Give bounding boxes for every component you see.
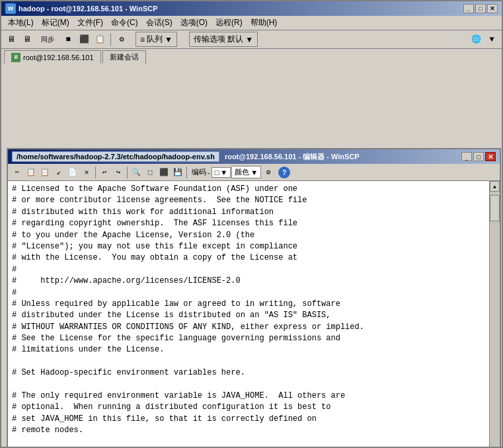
editor-maximize-btn[interactable]: □ [473, 152, 484, 161]
menu-remote[interactable]: 远程(R) [212, 16, 247, 30]
queue-button[interactable]: ≡ 队列 ▼ [135, 32, 177, 47]
editor-close-btn[interactable]: ✕ [485, 152, 496, 161]
outer-win-buttons: _ □ ✕ [463, 4, 498, 13]
itb-sep2 [127, 167, 128, 178]
code-editor[interactable]: # Licensed to the Apache Software Founda… [8, 181, 489, 447]
itb-delete[interactable]: ✕ [80, 166, 93, 179]
queue-label: 队列 [147, 34, 163, 45]
itb-undo[interactable]: ↩ [98, 166, 111, 179]
menu-local[interactable]: 本地(L) [4, 16, 38, 30]
tabs-bar: 🖥 root@192.168.56.101 新建会话 [1, 49, 502, 63]
menu-bar: 本地(L) 标记(M) 文件(F) 命令(C) 会话(S) 选项(O) 远程(R… [1, 16, 502, 30]
transfer-dropdown[interactable]: 传输选项 默认 ▼ [189, 32, 258, 47]
tab-session[interactable]: 🖥 root@192.168.56.101 [4, 50, 101, 63]
scrollbar-track[interactable] [490, 192, 500, 447]
tb-btn-2[interactable]: 🖥 [20, 32, 34, 47]
tb-btn-5[interactable]: 📋 [93, 32, 107, 47]
editor-window: /home/softwares/hadoop-2.7.3/etc/hadoop/… [7, 148, 501, 447]
encoding-value: □ [215, 168, 219, 176]
tb-sync[interactable]: 同步 [36, 32, 59, 47]
tb-btn-extra[interactable]: ▼ [484, 32, 499, 47]
transfer-arrow: ▼ [245, 35, 253, 44]
outer-window: W hadoop - root@192.168.56.101 - WinSCP … [0, 0, 503, 448]
itb-sep3 [186, 167, 187, 178]
editor-titlebar: /home/softwares/hadoop-2.7.3/etc/hadoop/… [8, 149, 500, 164]
editor-title-right: root@192.168.56.101 - 编辑器 - WinSCP [219, 152, 461, 162]
tb-btn-1[interactable]: 🖥 [4, 32, 19, 47]
itb-sep1 [95, 167, 96, 178]
tb-network[interactable]: 🌐 [469, 32, 483, 47]
menu-help[interactable]: 帮助(H) [247, 16, 282, 30]
code-container: # Licensed to the Apache Software Founda… [8, 181, 500, 447]
menu-command[interactable]: 命令(C) [107, 16, 142, 30]
tab-icon-1: 🖥 [11, 53, 20, 62]
itb-find[interactable]: 🔍 [130, 166, 143, 179]
app-icon: W [5, 3, 16, 14]
outer-maximize-btn[interactable]: □ [475, 4, 486, 13]
outer-title: hadoop - root@192.168.56.101 - WinSCP [19, 5, 463, 13]
outer-titlebar: W hadoop - root@192.168.56.101 - WinSCP … [1, 1, 502, 16]
queue-icon: ≡ [140, 35, 145, 44]
editor-title-left: /home/softwares/hadoop-2.7.3/etc/hadoop/… [12, 151, 219, 162]
itb-btn2[interactable]: ↙ [52, 166, 65, 179]
menu-options[interactable]: 选项(O) [176, 16, 212, 30]
itb-cut[interactable]: ✂ [11, 166, 24, 179]
tb-sep-1 [110, 33, 111, 46]
encoding-sep: - [208, 168, 210, 176]
tb-btn-3[interactable]: ■ [61, 32, 75, 47]
encoding-dropdown[interactable]: □ ▼ [212, 167, 231, 178]
menu-session[interactable]: 会话(S) [142, 16, 176, 30]
scrollbar: ▲ ▼ [489, 181, 500, 447]
encoding-arrow: ▼ [220, 168, 227, 176]
editor-path: /home/softwares/hadoop-2.7.3/etc/hadoop/… [12, 151, 219, 162]
encoding-label: 编码 [192, 167, 206, 177]
color-button[interactable]: 颜色 ▼ [231, 166, 261, 178]
itb-redo[interactable]: ↪ [112, 166, 125, 179]
itb-replace[interactable]: ⬛ [157, 166, 171, 179]
tab-new-label: 新建会话 [110, 52, 139, 62]
editor-win-buttons: _ □ ✕ [461, 152, 496, 161]
tab-session-label: root@192.168.56.101 [23, 54, 94, 61]
outer-minimize-btn[interactable]: _ [463, 4, 474, 13]
outer-close-btn[interactable]: ✕ [487, 4, 498, 13]
itb-settings[interactable]: ⚙ [262, 166, 275, 179]
tab-new-session[interactable]: 新建会话 [102, 50, 146, 63]
transfer-label: 传输选项 默认 [194, 34, 243, 45]
encoding-section: 编码 - □ ▼ [192, 167, 231, 178]
transfer-section: 传输选项 默认 ▼ [189, 32, 258, 47]
itb-paste[interactable]: 📋 [38, 166, 52, 179]
tb-btn-4[interactable]: ⬛ [77, 32, 91, 47]
queue-arrow: ▼ [165, 35, 173, 44]
outer-main: /home/softwares/hadoop-2.7.3/etc/hadoop/… [1, 63, 502, 447]
scrollbar-up-btn[interactable]: ▲ [490, 181, 500, 192]
scrollbar-thumb[interactable] [490, 195, 500, 221]
queue-section: ≡ 队列 ▼ [135, 32, 177, 47]
color-arrow: ▼ [251, 168, 258, 176]
editor-minimize-btn[interactable]: _ [461, 152, 472, 161]
color-label: 颜色 [235, 167, 249, 177]
itb-copy[interactable]: 📋 [24, 166, 38, 179]
main-toolbar: 🖥 🖥 同步 ■ ⬛ 📋 ⚙ ≡ 队列 ▼ 传输选项 默认 ▼ 🌐 ▼ [1, 30, 502, 49]
help-button[interactable]: ? [278, 167, 290, 178]
editor-toolbar: ✂ 📋 📋 ↙ 📄 ✕ ↩ ↪ 🔍 ⬚ ⬛ 💾 编码 - [8, 164, 500, 181]
menu-file[interactable]: 文件(F) [73, 16, 107, 30]
itb-findnext[interactable]: ⬚ [143, 166, 157, 179]
itb-btn3[interactable]: 📄 [66, 166, 79, 179]
tb-gear[interactable]: ⚙ [114, 32, 129, 47]
menu-mark[interactable]: 标记(M) [38, 16, 73, 30]
itb-save[interactable]: 💾 [171, 166, 184, 179]
